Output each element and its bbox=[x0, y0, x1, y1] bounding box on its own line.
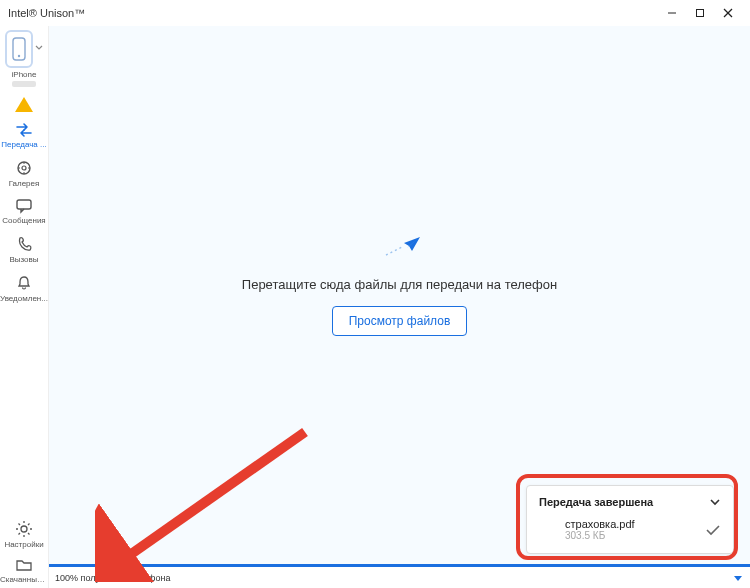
gallery-icon bbox=[15, 159, 33, 177]
main-panel: Перетащите сюда файлы для передачи на те… bbox=[49, 26, 750, 588]
triangle-down-icon bbox=[732, 573, 744, 583]
phone-icon bbox=[12, 37, 26, 61]
sidebar-item-transfer[interactable]: Передача ... bbox=[0, 122, 48, 149]
gear-icon bbox=[15, 520, 33, 538]
sidebar-item-downloads[interactable]: Скачанные... bbox=[0, 557, 48, 584]
sidebar-item-settings[interactable]: Настройки bbox=[0, 520, 48, 549]
sidebar-item-label: Настройки bbox=[0, 540, 48, 549]
status-expand-button[interactable] bbox=[732, 573, 744, 583]
svg-point-7 bbox=[22, 166, 26, 170]
app-body: iPhone Передача ... Галерея Сообщения bbox=[0, 26, 750, 588]
sidebar-item-label: Вызовы bbox=[0, 255, 48, 264]
warning-icon[interactable] bbox=[15, 97, 33, 112]
svg-marker-14 bbox=[734, 576, 742, 581]
messages-icon bbox=[15, 198, 33, 214]
sidebar-item-gallery[interactable]: Галерея bbox=[0, 159, 48, 188]
window-minimize-button[interactable] bbox=[658, 3, 686, 23]
drop-hint-text: Перетащите сюда файлы для передачи на те… bbox=[242, 277, 557, 292]
svg-rect-1 bbox=[697, 10, 704, 17]
sidebar-item-label: Скачанные... bbox=[0, 575, 48, 584]
sidebar-item-label: Передача ... bbox=[0, 140, 48, 149]
sidebar-item-label: Галерея bbox=[0, 179, 48, 188]
sidebar-item-calls[interactable]: Вызовы bbox=[0, 235, 48, 264]
sidebar-item-notifications[interactable]: Уведомлен... bbox=[0, 274, 48, 303]
close-icon bbox=[723, 8, 733, 18]
sidebar-item-label: Сообщения bbox=[0, 216, 48, 225]
window-close-button[interactable] bbox=[714, 3, 742, 23]
toast-file-row: страховка.pdf 303.5 КБ bbox=[539, 518, 721, 541]
transfer-icon bbox=[15, 122, 33, 138]
maximize-icon bbox=[695, 8, 705, 18]
progress-bar bbox=[49, 564, 750, 567]
folder-icon bbox=[15, 557, 33, 573]
title-bar: Intel® Unison™ bbox=[0, 0, 750, 26]
chevron-down-icon bbox=[709, 497, 721, 507]
device-battery-placeholder bbox=[12, 81, 36, 87]
sidebar-item-messages[interactable]: Сообщения bbox=[0, 198, 48, 225]
device-label: iPhone bbox=[0, 70, 48, 79]
toast-file-size: 303.5 КБ bbox=[565, 530, 705, 541]
device-selector[interactable] bbox=[5, 28, 43, 68]
sidebar: iPhone Передача ... Галерея Сообщения bbox=[0, 26, 49, 588]
browse-files-button[interactable]: Просмотр файлов bbox=[332, 306, 468, 336]
minimize-icon bbox=[667, 8, 677, 18]
toast-title: Передача завершена bbox=[539, 496, 653, 508]
file-drop-area[interactable]: Перетащите сюда файлы для передачи на те… bbox=[49, 26, 750, 542]
window-title: Intel® Unison™ bbox=[8, 7, 85, 19]
toast-collapse-button[interactable] bbox=[709, 497, 721, 507]
chevron-down-icon bbox=[35, 44, 43, 52]
svg-point-13 bbox=[21, 526, 27, 532]
status-text: 100% получено с телефона bbox=[55, 573, 171, 583]
checkmark-icon bbox=[705, 523, 721, 537]
paper-plane-icon bbox=[380, 233, 420, 263]
bell-icon bbox=[15, 274, 33, 292]
window-maximize-button[interactable] bbox=[686, 3, 714, 23]
sidebar-item-label: Уведомлен... bbox=[0, 294, 48, 303]
toast-file-name: страховка.pdf bbox=[565, 518, 705, 530]
svg-point-5 bbox=[18, 55, 20, 57]
svg-rect-12 bbox=[17, 200, 31, 209]
calls-icon bbox=[15, 235, 33, 253]
transfer-toast[interactable]: Передача завершена страховка.pdf 303.5 К… bbox=[526, 485, 734, 554]
status-bar: 100% получено с телефона bbox=[49, 566, 750, 588]
